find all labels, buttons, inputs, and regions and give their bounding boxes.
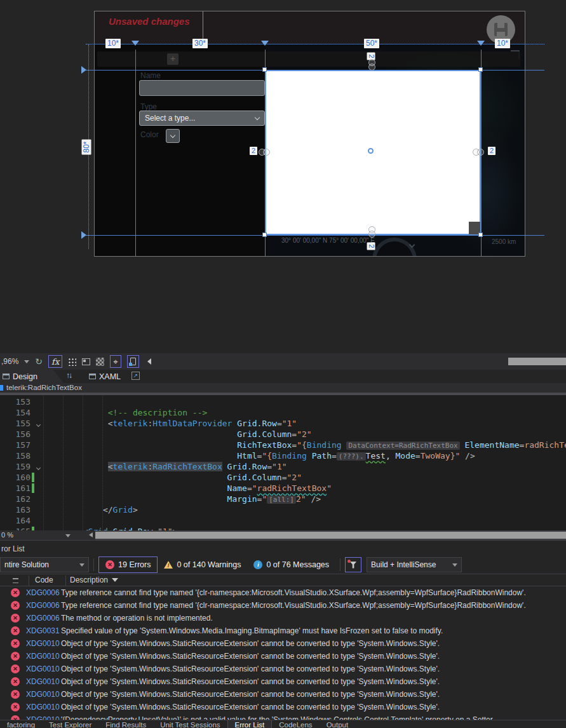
margin-bottom-badge[interactable]: 2 — [367, 242, 375, 250]
editor-zoom-dropdown-icon[interactable] — [65, 534, 71, 537]
fold-chevron-icon[interactable] — [35, 418, 43, 429]
column-width-badge[interactable]: 10* — [105, 39, 121, 48]
code-editor[interactable]: 153154 <!-- description -->155 <telerik:… — [0, 393, 566, 530]
add-icon[interactable]: + — [167, 53, 179, 65]
editor-zoom-value[interactable]: 0 % — [1, 531, 13, 539]
line-number[interactable]: 160 — [0, 472, 32, 483]
snap-to-grid-button[interactable]: ⌖ — [110, 355, 121, 368]
designer-zoom-value[interactable]: ,96% — [1, 357, 18, 366]
margin-right-badge[interactable]: 2 — [488, 147, 495, 155]
bottom-tab-unit-test-sessions[interactable]: Unit Test Sessions — [153, 720, 227, 728]
column-divider[interactable] — [65, 576, 66, 586]
editor-hscrollbar-thumb[interactable] — [95, 532, 566, 539]
code-line[interactable]: 155 <telerik:HtmlDataProvider Grid.Row="… — [0, 418, 566, 429]
errors-filter-button[interactable]: ✕ 19 Errors — [98, 556, 158, 573]
line-number[interactable]: 165 — [0, 526, 32, 530]
editor-splitter[interactable] — [0, 393, 566, 395]
messages-filter-button[interactable]: i 0 of 76 Messages — [247, 556, 335, 573]
effects-toggle-button[interactable]: fx — [48, 355, 62, 368]
code-line[interactable]: 154 <!-- description --> — [0, 407, 566, 418]
code-line[interactable]: 159 <telerik:RadRichTextBox Grid.Row="1" — [0, 461, 566, 472]
line-number[interactable]: 158 — [0, 450, 32, 461]
tab-xaml[interactable]: XAML — [89, 370, 121, 383]
margin-left-badge[interactable]: 2 — [250, 147, 257, 155]
chain-link-icon[interactable] — [259, 149, 270, 155]
code-line[interactable]: 165 <Grid Grid.Row="1"> — [0, 526, 566, 530]
checkerboard-icon[interactable] — [96, 358, 104, 366]
tab-design[interactable]: Design — [0, 370, 64, 383]
error-row[interactable]: ✕XDG0010Object of type 'System.Windows.S… — [0, 637, 566, 650]
filter-button[interactable] — [345, 557, 361, 572]
error-row[interactable]: ✕XDG0031Specified value of type 'System.… — [0, 624, 566, 637]
column-width-badge[interactable]: 50* — [364, 39, 379, 48]
column-width-badge[interactable]: 30* — [192, 39, 208, 48]
error-row[interactable]: ✕XDG0010Object of type 'System.Windows.S… — [0, 701, 566, 713]
column-divider[interactable] — [29, 576, 29, 586]
artboard-background-icon[interactable] — [82, 358, 90, 365]
chain-link-icon[interactable] — [473, 149, 484, 155]
resize-handle[interactable] — [262, 67, 267, 72]
error-row[interactable]: ✕XDG0010Object of type 'System.Windows.S… — [0, 675, 566, 688]
type-combobox[interactable]: Select a type... — [139, 111, 265, 126]
line-number[interactable]: 155 — [0, 418, 32, 429]
chain-link-icon[interactable] — [369, 59, 375, 71]
code-line[interactable]: 153 — [0, 396, 566, 407]
column-width-badge[interactable]: 10* — [495, 39, 510, 48]
line-number[interactable]: 156 — [0, 429, 32, 440]
line-number[interactable]: 157 — [0, 440, 32, 450]
error-row[interactable]: ✕XDG0006Type reference cannot find type … — [0, 586, 566, 599]
error-row[interactable]: ✕XDG0010Object of type 'System.Windows.S… — [0, 663, 566, 675]
breadcrumb-selected-element[interactable]: telerik:RadRichTextBox — [6, 383, 82, 393]
row-height-badge[interactable]: 80* — [82, 139, 91, 154]
description-column-header[interactable]: Description — [70, 576, 118, 584]
bottom-tab-error-list[interactable]: Error List — [227, 720, 273, 728]
chain-link-icon[interactable] — [369, 226, 375, 238]
scroll-left-icon[interactable] — [89, 532, 93, 537]
row-splitter-marker[interactable] — [81, 66, 86, 74]
error-row[interactable]: ✕XDG0006The method or operation is not i… — [0, 612, 566, 624]
column-splitter-marker[interactable] — [477, 41, 485, 46]
bottom-tab-test-explorer[interactable]: Test Explorer — [42, 720, 98, 728]
code-line[interactable]: 157 RichTextBox="{Binding DataContext=Ra… — [0, 440, 566, 450]
warnings-filter-button[interactable]: 0 of 140 Warnings — [158, 556, 247, 573]
bottom-tab-find-results[interactable]: Find Results — [98, 720, 153, 728]
fold-chevron-icon[interactable] — [35, 526, 43, 530]
scroll-left-icon[interactable] — [147, 358, 151, 365]
refresh-icon[interactable]: ↻ — [35, 357, 43, 366]
line-number[interactable]: 153 — [0, 396, 32, 407]
resize-handle[interactable] — [478, 67, 483, 72]
error-row[interactable]: ✕XDG0006Type reference cannot find type … — [0, 599, 566, 612]
fold-chevron-icon[interactable] — [35, 461, 43, 472]
bottom-tab-factoring[interactable]: factoring — [0, 720, 42, 728]
code-line[interactable]: 158 Html="{Binding Path=(???).Test, Mode… — [0, 450, 566, 461]
severity-column-icon[interactable] — [13, 578, 18, 583]
code-line[interactable]: 156 Grid.Column="2" — [0, 429, 566, 440]
line-number[interactable]: 163 — [0, 504, 32, 515]
line-number[interactable]: 159 — [0, 461, 32, 472]
editor-hscrollbar-track[interactable] — [95, 530, 566, 540]
zoom-dropdown-icon[interactable] — [24, 360, 29, 363]
code-line[interactable]: 163 </Grid> — [0, 504, 566, 515]
code-line[interactable]: 164 — [0, 515, 566, 526]
line-number[interactable]: 161 — [0, 483, 32, 494]
bottom-tab-codelens[interactable]: CodeLens — [272, 720, 319, 728]
designer-hscrollbar-thumb[interactable] — [508, 358, 566, 365]
bottom-tab-output[interactable]: Output — [320, 720, 356, 728]
scope-dropdown[interactable]: ntire Solution — [0, 557, 89, 572]
column-splitter-marker[interactable] — [131, 41, 139, 46]
code-line[interactable]: 161 Name="radRichTextBox" — [0, 483, 566, 494]
code-column-header[interactable]: Code — [35, 576, 53, 584]
color-dropdown[interactable] — [166, 129, 180, 143]
popout-icon[interactable]: ↗ — [131, 372, 140, 380]
snap-to-snaplines-button[interactable] — [127, 355, 139, 368]
swap-panes-button[interactable]: ↑↓ — [66, 371, 71, 380]
code-line[interactable]: 160 Grid.Column="2" — [0, 472, 566, 483]
source-dropdown[interactable]: Build + IntelliSense — [367, 557, 462, 572]
code-line[interactable]: 162 Margin="[all:]2" /> — [0, 494, 566, 504]
error-row[interactable]: ✕XDG0010Object of type 'System.Windows.S… — [0, 688, 566, 701]
resize-handle[interactable] — [478, 233, 483, 237]
row-splitter-marker[interactable] — [81, 231, 86, 239]
show-grid-icon[interactable] — [68, 358, 76, 366]
line-number[interactable]: 154 — [0, 407, 32, 418]
resize-handle[interactable] — [262, 233, 267, 237]
